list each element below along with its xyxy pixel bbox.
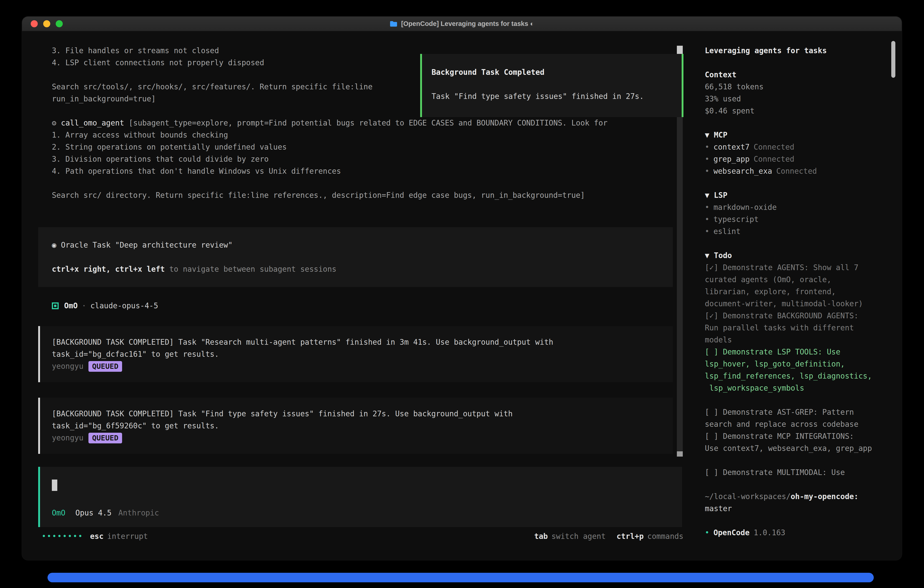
toast-body: Task "Find type safety issues" finished …: [432, 90, 675, 102]
context-heading: Context: [705, 69, 893, 81]
sidebar-scrollbar-thumb[interactable]: [891, 41, 895, 78]
tool-call-block: ⚙call_omo_agent [subagent_type=explore, …: [52, 117, 673, 201]
subagent-nav-hint: ctrl+x right, ctrl+x left to navigate be…: [52, 263, 664, 275]
window-controls: [31, 17, 63, 31]
spinner-dots: ••••••••: [41, 530, 83, 542]
oracle-task-panel: ◉Oracle Task "Deep architecture review" …: [38, 227, 673, 287]
mcp-heading: ▼ MCP: [705, 129, 893, 141]
context-tokens: 66,518 tokens: [705, 81, 893, 93]
esc-key-hint: esc: [90, 530, 104, 542]
message-meta: yeongyuQUEUED: [52, 360, 664, 372]
gear-icon: ⚙: [52, 119, 56, 127]
ctrlp-key-label: commands: [647, 530, 683, 542]
folder-icon: [390, 21, 398, 27]
hint-keys: ctrl+x right, ctrl+x left: [52, 265, 165, 274]
mcp-item: •websearch_exaConnected: [705, 165, 893, 177]
app-version-line: •OpenCode1.0.163: [705, 527, 893, 538]
main-scrollbar-position-marker: [677, 451, 683, 457]
omo-agent-icon: [52, 302, 59, 309]
bullet-icon: •: [705, 203, 710, 212]
tool-call-line: ⚙call_omo_agent [subagent_type=explore, …: [52, 117, 673, 129]
tool-call-body: 1. Array access without bounds checking …: [52, 129, 673, 201]
tab-key-hint: tab: [534, 530, 548, 542]
todo-item: [ ] Demonstrate MULTIMODAL: Use: [705, 466, 893, 478]
agent-model: claude-opus-4-5: [90, 300, 158, 312]
bullet-icon: •: [705, 227, 710, 236]
window-titlebar[interactable]: [OpenCode] Leveraging agents for tasks ◐: [22, 17, 902, 31]
input-agent-label: OmO: [52, 507, 66, 519]
terminal-window: [OpenCode] Leveraging agents for tasks ◐…: [22, 17, 902, 560]
fisheye-icon: ◉: [52, 241, 56, 249]
status-bar: •••••••• esc interrupt tab switch agent …: [41, 530, 683, 542]
window-title: [OpenCode] Leveraging agents for tasks ◐: [22, 20, 902, 28]
zoom-button[interactable]: [56, 20, 63, 27]
ctrlp-key-hint: ctrl+p: [617, 530, 644, 542]
message-text: [BACKGROUND TASK COMPLETED] Task "Find t…: [52, 408, 664, 432]
input-footer: OmO Opus 4.5 Anthropic: [52, 507, 673, 519]
input-provider-label: Anthropic: [119, 507, 159, 519]
mcp-item: •context7Connected: [705, 141, 893, 153]
bullet-icon: •: [705, 528, 710, 537]
agent-header: OmO · claude-opus-4-5: [52, 300, 673, 312]
bullet-icon: •: [705, 167, 710, 175]
input-model-label: Opus 4.5: [76, 507, 112, 519]
esc-key-label: interrupt: [107, 530, 148, 542]
context-spent: $0.46 spent: [705, 105, 893, 117]
app-name: OpenCode: [713, 528, 750, 537]
minimize-button[interactable]: [43, 20, 50, 27]
todo-item-active: [ ] Demonstrate LSP TOOLS: Use lsp_hover…: [705, 346, 893, 394]
agent-name: OmO: [64, 300, 78, 312]
text-cursor: [52, 479, 57, 491]
tab-key-label: switch agent: [551, 530, 606, 542]
message-author: yeongyu: [52, 433, 83, 442]
main-scrollbar-thumb[interactable]: [677, 46, 683, 54]
window-title-text: [OpenCode] Leveraging agents for tasks ◐: [401, 20, 534, 28]
todo-item: [ ] Demonstrate AST-GREP: Pattern search…: [705, 406, 893, 430]
close-button[interactable]: [31, 20, 38, 27]
bullet-icon: •: [705, 155, 710, 164]
dock-strip[interactable]: [48, 573, 874, 582]
lsp-item: •markdown-oxide: [705, 201, 893, 213]
todo-item: [ ] Demonstrate MCP INTEGRATIONS: Use co…: [705, 430, 893, 454]
separator-dot: ·: [82, 300, 86, 312]
hint-text: to navigate between subagent sessions: [165, 265, 337, 274]
workspace-dir: ~/local-workspaces/: [705, 492, 791, 501]
session-title: Leveraging agents for tasks: [705, 45, 893, 57]
bullet-icon: •: [705, 215, 710, 224]
session-sidebar: Leveraging agents for tasks Context 66,5…: [695, 31, 902, 560]
workspace-branch: master: [705, 502, 893, 515]
lsp-heading: ▼ LSP: [705, 189, 893, 201]
tool-call-args: [subagent_type=explore, prompt=Find pote…: [124, 119, 607, 127]
oracle-task-title: ◉Oracle Task "Deep architecture review": [52, 239, 664, 251]
message-block: [BACKGROUND TASK COMPLETED] Task "Resear…: [38, 326, 673, 382]
message-text: [BACKGROUND TASK COMPLETED] Task "Resear…: [52, 336, 664, 360]
main-pane: 3. File handles or streams not closed 4.…: [22, 31, 695, 560]
todo-item: [✓] Demonstrate AGENTS: Show all 7 curat…: [705, 261, 893, 310]
app-version: 1.0.163: [754, 528, 785, 537]
message-block: [BACKGROUND TASK COMPLETED] Task "Find t…: [38, 398, 673, 454]
message-meta: yeongyuQUEUED: [52, 432, 664, 444]
context-used: 33% used: [705, 93, 893, 105]
bullet-icon: •: [705, 142, 710, 152]
workspace-repo: oh-my-opencode:: [791, 492, 858, 501]
status-badge: QUEUED: [88, 361, 122, 372]
workspace-path: ~/local-workspaces/oh-my-opencode:: [705, 491, 893, 502]
toast-title: Background Task Completed: [432, 66, 675, 78]
message-author: yeongyu: [52, 362, 83, 371]
todo-item: [✓] Demonstrate BACKGROUND AGENTS: Run p…: [705, 310, 893, 346]
todo-heading: ▼ Todo: [705, 249, 893, 261]
background-task-toast: Background Task Completed Task "Find typ…: [420, 54, 683, 117]
lsp-item: •typescript: [705, 213, 893, 225]
tool-call-name: call_omo_agent: [61, 119, 124, 127]
status-badge: QUEUED: [88, 433, 122, 443]
lsp-item: •eslint: [705, 225, 893, 237]
mcp-item: •grep_appConnected: [705, 153, 893, 165]
prompt-input[interactable]: OmO Opus 4.5 Anthropic: [38, 467, 682, 527]
